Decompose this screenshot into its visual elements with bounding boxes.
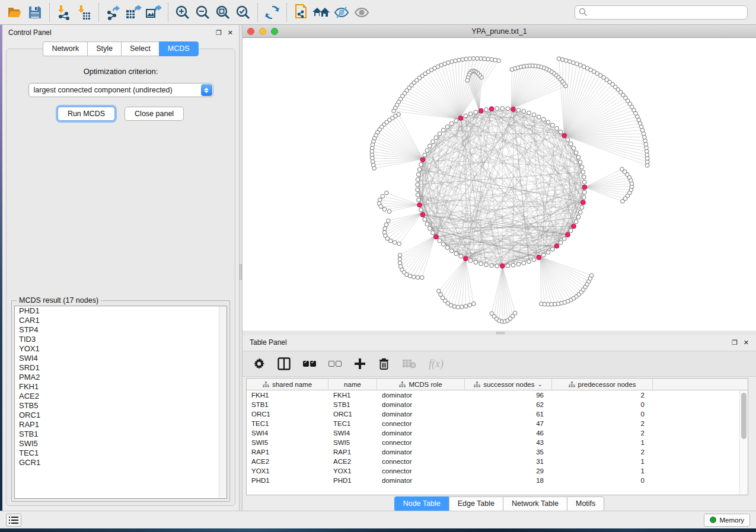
mcds-node-item[interactable]: STB1 [15, 430, 227, 439]
cell-shared-name[interactable]: SWI5 [247, 438, 328, 447]
cell-shared-name[interactable]: SWI4 [247, 428, 328, 438]
network-clipboard-icon[interactable] [291, 2, 311, 23]
cell-name[interactable]: STB1 [328, 400, 377, 409]
cell-shared-name[interactable]: FKH1 [247, 390, 328, 400]
mcds-node-item[interactable]: SWI4 [15, 354, 227, 363]
cell-predecessor-nodes[interactable]: 0 [552, 409, 653, 419]
cell-predecessor-nodes[interactable]: 2 [552, 447, 653, 457]
cell-mcds-role[interactable]: dominator [377, 400, 465, 409]
mcds-result-list[interactable]: PHD1CAR1STP4TID3YOX1SWI4SRD1PMA2FKH1ACE2… [14, 306, 227, 499]
mcds-node-item[interactable]: CAR1 [15, 316, 227, 325]
tab-edge-table[interactable]: Edge Table [449, 496, 503, 511]
close-window-icon[interactable] [247, 28, 254, 35]
table-row[interactable]: PHD1PHD1dominator180 [247, 476, 739, 485]
cell-mcds-role[interactable]: connector [377, 419, 465, 428]
column-header-predecessor-nodes[interactable]: predecessor nodes [552, 379, 653, 390]
zoom-in-icon[interactable] [173, 2, 193, 23]
mcds-node-item[interactable]: STP4 [15, 325, 227, 335]
mcds-node-item[interactable]: FKH1 [15, 382, 227, 392]
column-header-shared-name[interactable]: shared name [247, 379, 328, 390]
cell-predecessor-nodes[interactable]: 2 [552, 390, 653, 400]
cell-predecessor-nodes[interactable]: 1 [552, 457, 653, 466]
sort-descending-icon[interactable]: ⌄ [537, 381, 542, 387]
show-columns-icon[interactable] [277, 355, 291, 373]
cell-shared-name[interactable]: TEC1 [247, 419, 328, 428]
column-header-mcds-role[interactable]: MCDS role [377, 379, 465, 390]
scrollbar-thumb[interactable] [741, 393, 747, 439]
cell-name[interactable]: SWI4 [328, 428, 377, 438]
delete-column-icon[interactable] [378, 355, 390, 373]
cell-successor-nodes[interactable]: 46 [465, 428, 552, 438]
cell-successor-nodes[interactable]: 61 [465, 409, 552, 419]
mcds-node-item[interactable]: STB5 [15, 401, 227, 411]
open-file-icon[interactable] [5, 2, 25, 23]
splitter-grip[interactable] [240, 264, 242, 280]
cell-predecessor-nodes[interactable]: 1 [552, 438, 653, 447]
mcds-node-item[interactable]: SWI5 [15, 439, 227, 448]
export-network-icon[interactable] [103, 2, 123, 23]
splitter-grip[interactable] [496, 332, 505, 334]
network-graph[interactable] [243, 38, 756, 331]
mcds-node-item[interactable]: TID3 [15, 335, 227, 344]
cell-mcds-role[interactable]: dominator [377, 390, 465, 400]
cell-mcds-role[interactable]: dominator [377, 476, 465, 485]
table-row[interactable]: RAP1RAP1dominator352 [247, 447, 739, 457]
mcds-node-item[interactable]: ACE2 [15, 392, 227, 401]
cell-successor-nodes[interactable]: 35 [465, 447, 552, 457]
table-row[interactable]: STB1STB1dominator620 [247, 400, 739, 409]
float-panel-icon[interactable]: ❐ [216, 30, 222, 36]
table-scrollbar[interactable] [739, 390, 748, 495]
network-titlebar[interactable]: YPA_prune.txt_1 [243, 25, 756, 38]
cell-successor-nodes[interactable]: 18 [465, 476, 552, 485]
tab-mcds[interactable]: MCDS [159, 41, 199, 56]
cell-predecessor-nodes[interactable]: 0 [552, 476, 653, 485]
table-row[interactable]: ORC1ORC1dominator610 [247, 409, 739, 419]
show-details-icon[interactable] [352, 2, 372, 23]
cell-successor-nodes[interactable]: 47 [465, 419, 552, 428]
network-canvas[interactable] [243, 38, 756, 331]
cell-shared-name[interactable]: ACE2 [247, 457, 328, 466]
cell-mcds-role[interactable]: connector [377, 438, 465, 447]
mcds-node-item[interactable]: YOX1 [15, 344, 227, 354]
cell-predecessor-nodes[interactable]: 1 [552, 466, 653, 476]
table-row[interactable]: SWI5SWI5connector431 [247, 438, 739, 447]
deselect-all-check-icon[interactable] [328, 355, 342, 373]
cell-successor-nodes[interactable]: 62 [465, 400, 552, 409]
import-table-icon[interactable] [74, 2, 94, 23]
cell-predecessor-nodes[interactable]: 0 [552, 400, 653, 409]
cell-shared-name[interactable]: ORC1 [247, 409, 328, 419]
export-table-icon[interactable] [123, 2, 143, 23]
tab-motifs[interactable]: Motifs [567, 496, 604, 511]
cell-shared-name[interactable]: RAP1 [247, 447, 328, 457]
cell-name[interactable]: RAP1 [328, 447, 377, 457]
table-row[interactable]: ACE2ACE2connector311 [247, 457, 739, 466]
cell-mcds-role[interactable]: connector [377, 457, 465, 466]
mcds-list-scrollbar[interactable] [219, 306, 227, 498]
close-panel-button[interactable]: Close panel [125, 107, 184, 121]
tab-style[interactable]: Style [87, 41, 121, 56]
float-panel-icon[interactable]: ❐ [732, 339, 738, 346]
table-row[interactable]: TEC1TEC1connector472 [247, 419, 739, 428]
cell-predecessor-nodes[interactable]: 2 [552, 419, 653, 428]
cell-successor-nodes[interactable]: 31 [465, 457, 552, 466]
cell-name[interactable]: SWI5 [328, 438, 377, 447]
task-history-button[interactable] [6, 514, 21, 527]
memory-button[interactable]: Memory [704, 514, 750, 527]
mcds-node-item[interactable]: SRD1 [15, 363, 227, 373]
cell-name[interactable]: ORC1 [328, 409, 377, 419]
export-image-icon[interactable] [143, 2, 164, 23]
cell-mcds-role[interactable]: dominator [377, 447, 465, 457]
mcds-node-item[interactable]: PMA2 [15, 373, 227, 382]
save-session-icon[interactable] [25, 2, 45, 23]
maximize-window-icon[interactable] [271, 28, 278, 35]
cell-successor-nodes[interactable]: 43 [465, 438, 552, 447]
mcds-node-item[interactable]: RAP1 [15, 420, 227, 430]
cell-mcds-role[interactable]: dominator [377, 409, 465, 419]
cell-name[interactable]: PHD1 [328, 476, 377, 485]
column-header-name[interactable]: name [328, 379, 377, 390]
mcds-node-item[interactable]: ORC1 [15, 411, 227, 420]
import-network-icon[interactable] [54, 2, 74, 23]
table-options-gear-icon[interactable] [253, 355, 265, 373]
optimization-criterion-select[interactable]: largest connected component (undirected) [28, 83, 213, 97]
table-row[interactable]: FKH1FKH1dominator962 [247, 390, 739, 400]
